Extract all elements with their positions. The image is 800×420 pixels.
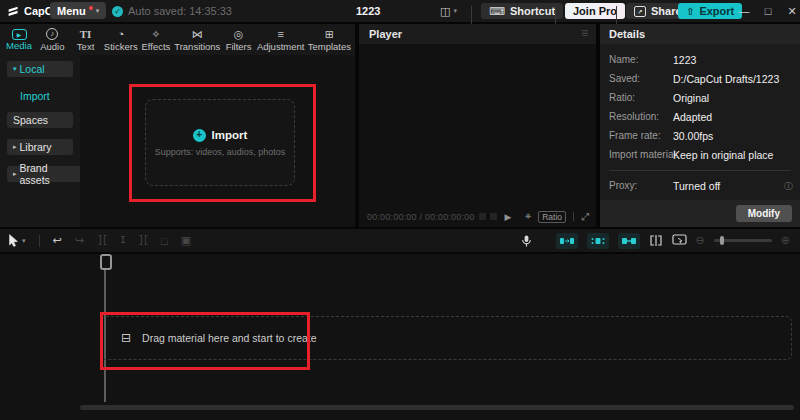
select-tool-button[interactable]: ▾ — [8, 234, 26, 247]
layout-switch-button[interactable]: ◫ ▾ — [440, 0, 457, 22]
media-body: ▾ Local Import Spaces ▸ Library ▸ Brand … — [0, 55, 355, 227]
details-title: Details — [609, 28, 645, 40]
chevron-down-icon: ▾ — [22, 237, 26, 245]
next-frame-button[interactable] — [490, 213, 497, 220]
horizontal-scrollbar[interactable] — [80, 405, 794, 410]
undo-icon[interactable]: ↩ — [53, 234, 62, 247]
details-header: Details — [600, 24, 800, 44]
freeze-frame-icon[interactable]: ▣ — [181, 234, 191, 247]
sidebar-item-brand-assets[interactable]: ▸ Brand assets — [7, 166, 83, 182]
media-sidebar: ▾ Local Import Spaces ▸ Library ▸ Brand … — [0, 55, 80, 227]
play-icon[interactable]: ▶ — [505, 212, 512, 222]
menu-button[interactable]: Menu ▾ — [50, 2, 106, 19]
timeline-toolbar: ▾ ↩ ↪ ][ I ][ □ ▣ — [0, 229, 800, 252]
title-bar: CapCut Menu ▾ ✓ Auto saved: 14:35:33 122… — [0, 0, 800, 22]
detail-row-proxy: Proxy: Turned off ⓘ — [600, 176, 800, 195]
share-label: Share — [651, 5, 682, 17]
player-header: Player ≡ — [359, 24, 596, 44]
autosave-status: ✓ Auto saved: 14:35:33 — [112, 0, 232, 22]
detail-row-saved: Saved: D:/CapCut Drafts/1223 — [600, 69, 800, 88]
trim-right-icon[interactable]: ][ — [138, 235, 148, 246]
zoom-in-icon[interactable]: ⊕ — [781, 234, 790, 247]
check-icon: ✓ — [112, 6, 123, 17]
preview-axis-button[interactable] — [672, 232, 687, 250]
zoom-slider-handle[interactable] — [720, 236, 724, 245]
tab-media[interactable]: ▶ Media — [4, 29, 34, 51]
chevron-down-icon: ▾ — [96, 7, 100, 15]
import-button-label: Import — [212, 129, 248, 141]
stickers-icon: ◔ — [117, 28, 124, 41]
chevron-right-icon: ▸ — [13, 170, 17, 178]
notification-dot — [89, 6, 93, 10]
ratio-button[interactable]: Ratio — [538, 211, 566, 223]
magnetic-snap-toggle[interactable] — [587, 233, 609, 249]
menu-label: Menu — [57, 5, 86, 17]
asset-tab-bar: ▶ Media ♪ Audio TI Text ◔ Stickers ✧ Eff… — [0, 24, 355, 55]
sidebar-item-local[interactable]: ▾ Local — [7, 61, 73, 77]
keyboard-icon: ⌨ — [489, 5, 505, 18]
magnetic-snap-icon — [591, 236, 605, 246]
detail-row-frame-rate: Frame rate: 30.00fps — [600, 126, 800, 145]
auto-cut-icon — [560, 236, 574, 246]
tab-adjustment[interactable]: ≡ Adjustment — [257, 28, 305, 52]
maximize-button[interactable]: □ — [761, 0, 775, 22]
chevron-down-icon: ▾ — [13, 65, 17, 73]
divider — [573, 212, 574, 221]
tab-stickers[interactable]: ◔ Stickers — [104, 28, 138, 52]
export-icon: ⇧ — [686, 6, 694, 17]
auto-cut-toggle[interactable] — [556, 233, 578, 249]
timecode: 00:00:00:00 / 00:00:00:00 — [367, 212, 475, 222]
detail-row-resolution: Resolution: Adapted — [600, 107, 800, 126]
zoom-out-icon[interactable]: ⊖ — [696, 234, 705, 247]
tab-effects[interactable]: ✧ Effects — [141, 28, 171, 52]
export-button[interactable]: ⇧ Export — [678, 3, 742, 19]
divider — [39, 235, 40, 247]
modify-button[interactable]: Modify — [736, 205, 792, 222]
sidebar-item-import[interactable]: Import — [14, 88, 56, 104]
record-voiceover-button[interactable] — [520, 234, 533, 248]
close-button[interactable]: ✕ — [785, 0, 799, 22]
prev-frame-button[interactable] — [479, 213, 486, 220]
player-controls: 00:00:00:00 / 00:00:00:00 ▶ ⌖ Ratio ⤢ — [359, 206, 596, 227]
split-view-button[interactable] — [649, 232, 663, 250]
link-clips-toggle[interactable] — [618, 233, 640, 249]
import-dropzone[interactable]: + Import Supports: videos, audios, photo… — [145, 99, 295, 186]
trim-left-icon[interactable]: I — [120, 235, 125, 246]
timeline-area[interactable]: ⊟ Drag material here and start to create — [0, 254, 800, 420]
shortcut-button[interactable]: ⌨ Shortcut — [481, 3, 563, 19]
playhead-handle[interactable] — [100, 254, 112, 270]
preview-axis-icon — [672, 234, 687, 246]
film-icon: ⊟ — [121, 331, 131, 345]
tab-audio[interactable]: ♪ Audio — [37, 28, 67, 52]
delete-icon[interactable]: □ — [161, 235, 168, 247]
shortcut-label: Shortcut — [510, 5, 555, 17]
text-icon: TI — [80, 28, 92, 41]
chevron-right-icon: ▸ — [13, 143, 17, 151]
timeline-zoom-slider[interactable] — [714, 239, 772, 242]
transitions-icon: ⋈ — [192, 28, 203, 41]
snapshot-icon[interactable]: ⌖ — [525, 210, 531, 223]
redo-icon[interactable]: ↪ — [75, 234, 84, 247]
sidebar-item-spaces[interactable]: Spaces — [7, 112, 73, 128]
sidebar-item-library[interactable]: ▸ Library — [7, 139, 73, 155]
info-icon: ⓘ — [784, 180, 793, 193]
tab-templates[interactable]: ⊞ Templates — [308, 28, 351, 52]
tab-filters[interactable]: ◎ Filters — [224, 28, 254, 52]
tab-transitions[interactable]: ⋈ Transitions — [174, 28, 220, 52]
capcut-window: CapCut Menu ▾ ✓ Auto saved: 14:35:33 122… — [0, 0, 800, 420]
minimize-button[interactable]: — — [737, 0, 751, 22]
details-footer: Modify — [600, 200, 800, 227]
tab-text[interactable]: TI Text — [71, 28, 101, 52]
media-content: + Import Supports: videos, audios, photo… — [80, 55, 355, 227]
panel-menu-icon[interactable]: ≡ — [581, 26, 588, 40]
divider — [609, 170, 791, 171]
chevron-down-icon: ▾ — [453, 7, 457, 15]
autosave-text: Auto saved: 14:35:33 — [128, 5, 232, 17]
timeline-drop-hint: Drag material here and start to create — [142, 332, 317, 344]
media-panel: ▶ Media ♪ Audio TI Text ◔ Stickers ✧ Eff… — [0, 24, 355, 227]
fullscreen-icon[interactable]: ⤢ — [581, 211, 589, 223]
share-icon: ↗ — [634, 6, 646, 17]
timeline-dropzone[interactable]: ⊟ Drag material here and start to create — [100, 316, 792, 360]
split-icon[interactable]: ][ — [97, 235, 107, 246]
project-title: 1223 — [356, 0, 380, 22]
